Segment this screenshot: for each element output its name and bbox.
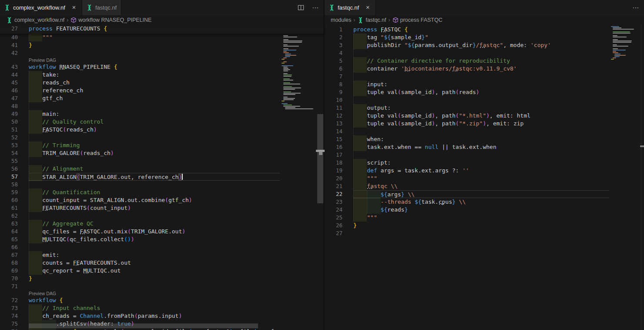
code-line[interactable]: 66 [0, 243, 280, 251]
split-editor-icon[interactable] [296, 3, 305, 13]
vertical-scrollbar-track[interactable] [641, 25, 644, 330]
codelens-preview-dag[interactable]: Preview DAG [29, 290, 56, 296]
code-line[interactable]: 52 [0, 134, 280, 141]
code-line[interactable]: 49main: [0, 110, 280, 118]
code-line[interactable]: 7 [325, 73, 609, 81]
code-line[interactable]: 17 [325, 151, 609, 159]
code-line[interactable]: 46reference_ch [0, 87, 280, 94]
code-editor-right[interactable]: 1process FASTQC {2tag "${sample_id}"3pub… [325, 25, 644, 330]
tab-complex-workflow[interactable]: complex_workflow.nf ✕ [0, 0, 82, 15]
code-line[interactable]: 21fastqc \\ [325, 182, 609, 190]
code-line[interactable]: 69qc_report = MULTIQC.out [0, 267, 280, 275]
code-line[interactable]: 6container 'biocontainers/fastqc:v0.11.9… [325, 65, 609, 73]
code-line[interactable]: 4 [325, 49, 609, 57]
code-line[interactable]: 18script: [325, 159, 609, 167]
code-line[interactable]: 61FEATURECOUNTS(count_input) [0, 204, 280, 212]
code-line[interactable]: 48 [0, 102, 280, 110]
code-line[interactable]: 25""" [325, 214, 609, 222]
line-number: 16 [325, 143, 342, 151]
sash-handle-knob[interactable] [319, 152, 322, 155]
code-line[interactable]: 10 [325, 96, 609, 104]
code-line[interactable]: 1process FASTQC { [325, 26, 609, 34]
code-line[interactable]: 20""" [325, 175, 609, 182]
code-line[interactable]: 71 [0, 283, 280, 290]
code-line[interactable]: 63// Aggregate QC [0, 220, 280, 228]
code-line[interactable]: 50// Quality control [0, 118, 280, 126]
code-line[interactable]: 62 [0, 212, 280, 220]
more-actions-icon[interactable]: ⋯ [631, 3, 641, 13]
line-number: 69 [0, 267, 18, 275]
close-icon[interactable]: ✕ [364, 5, 371, 10]
code-line[interactable]: 13tuple val(sample_id), path("*.zip"), e… [325, 120, 609, 128]
code-line[interactable]: 41} [0, 41, 280, 49]
code-line[interactable]: 5// Container directive for reproducibil… [325, 57, 609, 65]
line-number: 47 [0, 94, 18, 102]
code-line[interactable]: 60count_input = STAR_ALIGN.out.combine(g… [0, 196, 280, 204]
code-line[interactable]: 15when: [325, 135, 609, 143]
tab-bar-right: fastqc.nf ✕ ⋯ [325, 0, 644, 15]
code-line[interactable]: 55 [0, 157, 280, 165]
tab-fastqc-left[interactable]: fastqc.nf [82, 0, 121, 15]
breadcrumb-folder[interactable]: modules [331, 17, 351, 23]
code-line[interactable]: 42 [0, 49, 280, 57]
code-line[interactable]: 11output: [325, 104, 609, 112]
code-editor-left[interactable]: 40"""41}42Preview DAG43workflow RNASEQ_P… [0, 25, 324, 330]
line-number: 58 [0, 181, 18, 189]
breadcrumb-file[interactable]: fastqc.nf [357, 17, 386, 24]
code-line[interactable]: 44take: [0, 71, 280, 79]
code-line[interactable]: 73// Input channels [0, 304, 280, 312]
code-line[interactable]: 8input: [325, 81, 609, 88]
tab-fastqc-right[interactable]: fastqc.nf ✕ [325, 0, 376, 15]
code-line[interactable]: 22${args} \\ [325, 190, 609, 198]
line-number: 66 [0, 243, 18, 251]
code-line[interactable]: 43workflow RNASEQ_PIPELINE { [0, 63, 280, 71]
code-line[interactable]: 54TRIM_GALORE(reads_ch) [0, 149, 280, 157]
sticky-scroll-line[interactable]: 27process FEATURECOUNTS { [0, 25, 324, 34]
minimap[interactable] [609, 25, 634, 330]
code-line[interactable]: 3publishDir "${params.output_dir}/fastqc… [325, 41, 609, 49]
code-line[interactable]: 68counts = FEATURECOUNTS.out [0, 259, 280, 267]
nextflow-icon [6, 17, 13, 24]
code-line[interactable]: 19def args = task.ext.args ?: '' [325, 167, 609, 175]
code-line[interactable]: 59// Quantification [0, 189, 280, 196]
code-line[interactable]: 2tag "${sample_id}" [325, 34, 609, 41]
code-line[interactable]: 74ch_reads = Channel.fromPath(params.inp… [0, 312, 280, 320]
breadcrumb-symbol[interactable]: workflow RNASEQ_PIPELINE [70, 17, 151, 23]
horizontal-scrollbar-thumb[interactable] [29, 323, 258, 328]
code-line[interactable]: 65MULTIQC(qc_files.collect()) [0, 236, 280, 243]
editor-group-right: fastqc.nf ✕ ⋯ modules › fastqc.nf › proc… [325, 0, 644, 330]
nextflow-icon [4, 4, 10, 11]
code-line[interactable]: 40""" [0, 34, 280, 41]
code-line[interactable]: 64qc_files = FASTQC.out.mix(TRIM_GALORE.… [0, 228, 280, 236]
code-line[interactable]: 26} [325, 222, 609, 229]
code-line[interactable]: 47gtf_ch [0, 94, 280, 102]
code-line[interactable]: 23--threads ${task.cpus} \\ [325, 198, 609, 206]
code-line[interactable]: 56// Alignment [0, 165, 280, 173]
code-line[interactable]: 67emit: [0, 251, 280, 259]
code-line[interactable]: 51FASTQC(reads_ch) [0, 126, 280, 134]
line-number: 1 [325, 26, 342, 34]
code-line[interactable]: 70} [0, 275, 280, 283]
minimap[interactable] [280, 25, 317, 330]
line-number: 2 [325, 34, 342, 41]
code-line[interactable]: 58 [0, 181, 280, 189]
code-line[interactable]: 14 [325, 128, 609, 135]
tab-label: complex_workflow.nf [13, 4, 65, 11]
code-line[interactable]: 27 [325, 229, 609, 237]
code-line[interactable]: 12tuple val(sample_id), path("*.html"), … [325, 112, 609, 120]
code-line[interactable]: 53// Trimming [0, 141, 280, 149]
code-line[interactable]: 72workflow { [0, 296, 280, 304]
codelens-preview-dag[interactable]: Preview DAG [29, 57, 56, 63]
breadcrumb-file[interactable]: complex_workflow.nf [6, 17, 64, 24]
code-line[interactable]: 24${reads} [325, 206, 609, 214]
code-line[interactable]: 27process FEATURECOUNTS { [0, 25, 324, 33]
sash-handle[interactable] [640, 145, 644, 147]
vertical-scrollbar[interactable] [317, 25, 324, 330]
code-line[interactable]: 9tuple val(sample_id), path(reads) [325, 88, 609, 96]
close-icon[interactable]: ✕ [70, 5, 77, 10]
breadcrumb-symbol[interactable]: process FASTQC [392, 17, 443, 23]
more-actions-icon[interactable]: ⋯ [311, 3, 320, 13]
code-line[interactable]: 16task.ext.when == null || task.ext.when [325, 143, 609, 151]
code-line[interactable]: 57STAR_ALIGN(TRIM_GALORE.out, reference_… [0, 173, 280, 181]
code-line[interactable]: 45reads_ch [0, 79, 280, 87]
